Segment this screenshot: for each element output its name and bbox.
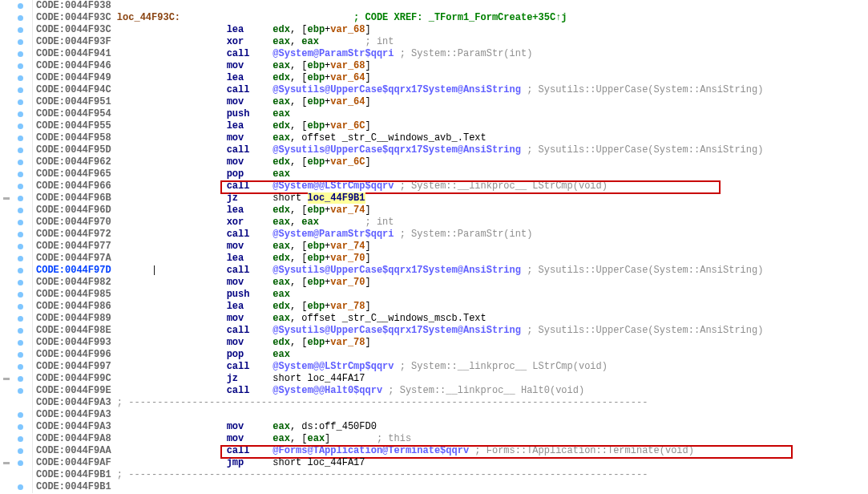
breakpoint-dot-icon[interactable] [18, 184, 23, 189]
disasm-line[interactable]: CODE:0044F9A3 [36, 409, 868, 421]
breakpoint-dot-icon[interactable] [18, 292, 23, 298]
breakpoint-dot-icon[interactable] [18, 63, 23, 69]
disasm-line[interactable]: CODE:0044F986 lea edx, [ebp+var_78] [36, 301, 868, 313]
disasm-line[interactable]: CODE:0044F970 xor eax, eax ; int [36, 217, 868, 229]
breakpoint-dot-icon[interactable] [18, 364, 23, 370]
function-ref[interactable]: @Sysutils@UpperCase$qqrx17System@AnsiStr… [273, 144, 521, 156]
disasm-line[interactable]: CODE:0044F93C lea edx, [ebp+var_68] [36, 24, 868, 36]
function-ref[interactable]: @Sysutils@UpperCase$qqrx17System@AnsiStr… [273, 325, 521, 336]
breakpoint-dot-icon[interactable] [18, 280, 23, 285]
function-ref[interactable]: @System@@LStrCmp$qqrv [273, 361, 394, 372]
disasm-line[interactable]: CODE:0044F977 mov eax, [ebp+var_74] [36, 241, 868, 253]
breakpoint-dot-icon[interactable] [18, 15, 23, 21]
function-ref[interactable]: @Forms@TApplication@Terminate$qqrv [273, 445, 469, 456]
breakpoint-dot-icon[interactable] [18, 124, 23, 129]
breakpoint-dot-icon[interactable] [18, 340, 23, 346]
operands: edx, [ebp+var_68] [273, 24, 370, 35]
gutter-row [0, 192, 32, 204]
function-ref[interactable]: @System@ParamStr$qqri [273, 48, 394, 59]
function-ref[interactable]: @Sysutils@UpperCase$qqrx17System@AnsiStr… [273, 265, 521, 276]
breakpoint-dot-icon[interactable] [18, 436, 23, 442]
disasm-line[interactable]: CODE:0044F94C call @Sysutils@UpperCase$q… [36, 84, 868, 96]
breakpoint-dot-icon[interactable] [18, 172, 23, 177]
breakpoint-dot-icon[interactable] [18, 75, 23, 81]
breakpoint-dot-icon[interactable] [18, 448, 23, 454]
disasm-line[interactable]: CODE:0044F96B jz short loc_44F9B1 [36, 192, 868, 204]
breakpoint-dot-icon[interactable] [18, 232, 23, 237]
breakpoint-dot-icon[interactable] [18, 304, 23, 310]
breakpoint-dot-icon[interactable] [18, 328, 23, 334]
disasm-line[interactable]: CODE:0044F93C loc_44F93C: ; CODE XREF: _… [36, 12, 868, 24]
function-ref[interactable]: @System@@Halt0$qqrv [273, 385, 382, 396]
disasm-line[interactable]: CODE:0044F9A3 mov eax, ds:off_450FD0 [36, 421, 868, 433]
disasm-line[interactable]: CODE:0044F941 call @System@ParamStr$qqri… [36, 48, 868, 60]
gutter-row [0, 24, 32, 36]
disasm-line[interactable]: CODE:0044F951 mov eax, [ebp+var_64] [36, 96, 868, 108]
breakpoint-dot-icon[interactable] [18, 99, 23, 105]
operands: eax, [ebp+var_70] [273, 277, 370, 288]
disasm-line[interactable]: CODE:0044F938 [36, 0, 868, 12]
disasm-line[interactable]: CODE:0044F965 pop eax [36, 168, 868, 180]
gutter-row [0, 36, 32, 48]
disasm-line[interactable]: CODE:0044F958 mov eax, offset _str_C__wi… [36, 132, 868, 144]
disasm-line[interactable]: CODE:0044F949 lea edx, [ebp+var_64] [36, 72, 868, 84]
breakpoint-dot-icon[interactable] [18, 220, 23, 225]
disasm-line[interactable]: CODE:0044F96D lea edx, [ebp+var_74] [36, 204, 868, 217]
breakpoint-dot-icon[interactable] [18, 39, 23, 45]
breakpoint-dot-icon[interactable] [18, 376, 23, 382]
breakpoint-dot-icon[interactable] [18, 244, 23, 249]
disasm-line[interactable]: CODE:0044F997 call @System@@LStrCmp$qqrv… [36, 361, 868, 373]
breakpoint-dot-icon[interactable] [18, 148, 23, 153]
breakpoint-dot-icon[interactable] [18, 51, 23, 57]
disasm-line[interactable]: CODE:0044F95D call @Sysutils@UpperCase$q… [36, 144, 868, 156]
breakpoint-dot-icon[interactable] [18, 268, 23, 273]
disasm-line[interactable]: CODE:0044F9B1 ; ------------------------… [36, 469, 868, 481]
disasm-line[interactable]: CODE:0044F982 mov eax, [ebp+var_70] [36, 277, 868, 289]
disasm-line[interactable]: CODE:0044F985 push eax [36, 289, 868, 301]
disasm-line[interactable]: CODE:0044F98E call @Sysutils@UpperCase$q… [36, 325, 868, 337]
code-area[interactable]: CODE:0044F938 CODE:0044F93C loc_44F93C: … [33, 0, 868, 493]
disasm-line[interactable]: CODE:0044F996 pop eax [36, 349, 868, 361]
disassembly-view: CODE:0044F938 CODE:0044F93C loc_44F93C: … [0, 0, 868, 493]
disasm-line[interactable]: CODE:0044F9A8 mov eax, [eax] ; this [36, 433, 868, 445]
disasm-line[interactable]: CODE:0044F97A lea edx, [ebp+var_70] [36, 253, 868, 265]
breakpoint-dot-icon[interactable] [18, 3, 23, 9]
function-ref[interactable]: @System@@LStrCmp$qqrv [273, 180, 394, 192]
disasm-line[interactable]: CODE:0044F9AA call @Forms@TApplication@T… [36, 445, 868, 457]
disasm-line[interactable]: CODE:0044F9B1 [36, 481, 868, 493]
disasm-line[interactable]: CODE:0044F989 mov eax, offset _str_C__wi… [36, 313, 868, 325]
breakpoint-dot-icon[interactable] [18, 160, 23, 165]
function-ref[interactable]: @Sysutils@UpperCase$qqrx17System@AnsiStr… [273, 84, 521, 95]
breakpoint-dot-icon[interactable] [18, 196, 23, 201]
disasm-line[interactable]: CODE:0044F93F xor eax, eax ; int [36, 36, 868, 48]
disasm-line[interactable]: CODE:0044F966 call @System@@LStrCmp$qqrv… [36, 180, 868, 192]
disasm-line[interactable]: CODE:0044F954 push eax [36, 108, 868, 120]
disasm-line[interactable]: CODE:0044F9A3 ; ------------------------… [36, 397, 868, 409]
breakpoint-dot-icon[interactable] [18, 111, 23, 117]
breakpoint-dot-icon[interactable] [18, 316, 23, 322]
disasm-line[interactable]: CODE:0044F972 call @System@ParamStr$qqri… [36, 229, 868, 241]
breakpoint-dot-icon[interactable] [18, 484, 23, 490]
operands: edx, [ebp+var_6C] [273, 120, 370, 132]
disasm-line[interactable]: CODE:0044F9AF jmp short loc_44FA17 [36, 457, 868, 469]
breakpoint-dot-icon[interactable] [18, 388, 23, 394]
disasm-line[interactable]: CODE:0044F946 mov eax, [ebp+var_68] [36, 60, 868, 72]
breakpoint-dot-icon[interactable] [18, 412, 23, 418]
breakpoint-dot-icon[interactable] [18, 87, 23, 93]
disasm-line[interactable]: CODE:0044F99E call @System@@Halt0$qqrv ;… [36, 385, 868, 397]
breakpoint-dot-icon[interactable] [18, 27, 23, 33]
disasm-line[interactable]: CODE:0044F955 lea edx, [ebp+var_6C] [36, 120, 868, 132]
function-ref[interactable]: @System@ParamStr$qqri [273, 229, 394, 240]
address: CODE:0044F99E [36, 385, 111, 396]
breakpoint-dot-icon[interactable] [18, 208, 23, 213]
breakpoint-dot-icon[interactable] [18, 256, 23, 261]
breakpoint-dot-icon[interactable] [18, 136, 23, 141]
breakpoint-dot-icon[interactable] [18, 424, 23, 430]
disasm-line[interactable]: CODE:0044F97D | call @Sysutils@UpperCase… [36, 265, 868, 277]
disasm-line[interactable]: CODE:0044F993 mov edx, [ebp+var_78] [36, 337, 868, 349]
disasm-line[interactable]: CODE:0044F962 mov edx, [ebp+var_6C] [36, 156, 868, 168]
operands: short [273, 192, 307, 204]
breakpoint-dot-icon[interactable] [18, 460, 23, 466]
disasm-line[interactable]: CODE:0044F99C jz short loc_44FA17 [36, 373, 868, 385]
breakpoint-dot-icon[interactable] [18, 352, 23, 358]
